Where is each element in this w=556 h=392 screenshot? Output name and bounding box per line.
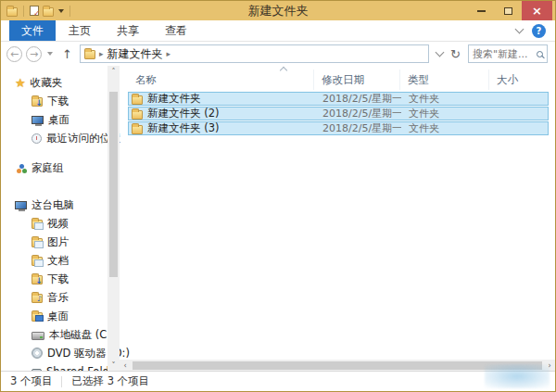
sidebar-item-shared-folders[interactable]: Shared Folders — [1, 362, 107, 371]
scrollbar-thumb[interactable] — [109, 92, 118, 277]
sidebar-item-music[interactable]: 音乐 — [1, 288, 107, 307]
toolbar-separator — [23, 6, 24, 17]
star-icon: ★ — [15, 77, 26, 89]
computer-icon — [15, 201, 27, 209]
main-area: ★收藏夹 下载 桌面 最近访问的位置 家庭组 这台电脑 视频 图片 文档 下载 … — [1, 66, 555, 371]
column-header-size[interactable]: 大小 — [489, 70, 555, 90]
scroll-left-icon[interactable]: ‹ — [120, 360, 131, 371]
address-dropdown-icon[interactable] — [436, 48, 445, 57]
file-type: 文件夹 — [401, 107, 490, 120]
chevron-down-icon[interactable] — [515, 25, 524, 34]
explorer-window: 新建文件夹 × 文件 主页 共享 查看 ? ← → ↑ ▸ 新建文件夹 ▸ ↻ — [0, 0, 556, 392]
minimize-button[interactable] — [468, 1, 495, 20]
file-date: 2018/2/5/星期一 ... — [315, 107, 401, 120]
column-header-name[interactable]: 名称 — [128, 70, 314, 90]
file-type: 文件夹 — [401, 121, 490, 135]
search-box[interactable] — [468, 44, 548, 63]
scroll-down-icon[interactable]: ˅ — [107, 360, 120, 371]
folder-icon — [84, 50, 95, 59]
sidebar-item-videos[interactable]: 视频 — [1, 214, 107, 233]
sidebar-item-dvd-drive-d[interactable]: DVD 驱动器 (D:) — [1, 344, 107, 362]
folder-icon — [132, 95, 143, 105]
scroll-up-icon[interactable]: ˄ — [107, 66, 120, 77]
selected-count: 已选择 3 个项目 — [71, 374, 149, 388]
up-button[interactable]: ↑ — [58, 47, 76, 61]
sidebar-item-recent-places[interactable]: 最近访问的位置 — [1, 129, 107, 147]
download-folder-icon — [32, 275, 43, 285]
search-input[interactable] — [473, 48, 537, 60]
properties-icon[interactable] — [30, 6, 39, 16]
sidebar-item-downloads[interactable]: 下载 — [1, 92, 107, 110]
quick-access-toolbar — [1, 6, 72, 17]
maximize-icon — [504, 7, 512, 15]
navigation-pane: ★收藏夹 下载 桌面 最近访问的位置 家庭组 这台电脑 视频 图片 文档 下载 … — [1, 66, 107, 371]
horizontal-scrollbar[interactable]: ‹ › — [120, 360, 555, 371]
file-list-pane: 名称 修改日期 类型 大小 新建文件夹 2018/2/5/星期一 ... 文件夹… — [120, 66, 555, 371]
new-folder-icon[interactable] — [43, 7, 54, 17]
file-name: 新建文件夹 (2) — [147, 107, 219, 120]
recent-places-icon — [32, 133, 42, 144]
videos-folder-icon — [32, 220, 43, 229]
sidebar-item-favorites[interactable]: ★收藏夹 — [1, 73, 107, 92]
pictures-folder-icon — [32, 238, 43, 247]
music-folder-icon — [32, 294, 43, 303]
sidebar-item-desktop[interactable]: 桌面 — [1, 110, 107, 129]
desktop-icon — [32, 116, 44, 124]
download-folder-icon — [32, 97, 43, 107]
forward-button[interactable]: → — [26, 46, 42, 62]
column-header-date[interactable]: 修改日期 — [314, 70, 400, 90]
status-bar: 3 个项目 已选择 3 个项目 — [1, 371, 555, 391]
back-button[interactable]: ← — [6, 46, 22, 62]
tab-view[interactable]: 查看 — [152, 20, 200, 41]
tab-home[interactable]: 主页 — [56, 20, 104, 41]
file-row[interactable]: 新建文件夹 (3) 2018/2/5/星期一 ... 文件夹 — [128, 121, 549, 135]
scroll-right-icon[interactable]: › — [544, 360, 555, 371]
sidebar-item-this-pc[interactable]: 这台电脑 — [1, 196, 107, 214]
file-name: 新建文件夹 (3) — [147, 121, 219, 135]
scrollbar-thumb[interactable] — [133, 361, 542, 370]
minimize-icon — [477, 10, 486, 12]
homegroup-icon — [17, 169, 21, 173]
dvd-icon — [32, 348, 43, 359]
folder-icon — [132, 125, 143, 134]
window-controls: × — [468, 1, 555, 20]
file-date: 2018/2/5/星期一 ... — [315, 121, 401, 135]
breadcrumb-separator: ▸ — [166, 49, 171, 58]
search-icon — [537, 51, 543, 57]
close-button[interactable]: × — [522, 1, 552, 20]
history-dropdown-icon[interactable] — [47, 52, 53, 56]
help-icon[interactable]: ? — [532, 24, 546, 38]
folder-icon[interactable] — [6, 7, 18, 17]
column-header-type[interactable]: 类型 — [400, 70, 489, 90]
toolbar-separator — [70, 6, 70, 17]
sidebar-item-local-disk-c[interactable]: 本地磁盘 (C:) — [1, 325, 107, 344]
breadcrumb[interactable]: 新建文件夹 — [107, 46, 162, 62]
file-type: 文件夹 — [401, 92, 490, 106]
sidebar-item-homegroup[interactable]: 家庭组 — [1, 158, 107, 177]
tab-share[interactable]: 共享 — [104, 20, 152, 41]
column-headers: 名称 修改日期 类型 大小 — [128, 70, 555, 90]
title-bar: 新建文件夹 × — [1, 1, 555, 20]
sidebar-scrollbar[interactable]: ˄ ˅ — [107, 66, 120, 371]
desktop-folder-icon — [32, 312, 43, 322]
file-rows: 新建文件夹 2018/2/5/星期一 ... 文件夹 新建文件夹 (2) 201… — [120, 92, 555, 136]
sidebar-item-desktop-pc[interactable]: 桌面 — [1, 307, 107, 325]
sidebar-item-documents[interactable]: 文档 — [1, 251, 107, 270]
status-separator — [61, 376, 62, 387]
sidebar-item-pictures[interactable]: 图片 — [1, 233, 107, 251]
maximize-button[interactable] — [495, 1, 522, 20]
ribbon-tab-row: 文件 主页 共享 查看 ? — [1, 20, 555, 42]
tab-file[interactable]: 文件 — [9, 20, 56, 41]
customize-chevron-icon[interactable] — [58, 9, 64, 13]
address-bar: ← → ↑ ▸ 新建文件夹 ▸ ↻ — [1, 42, 555, 66]
folder-icon — [132, 110, 143, 120]
breadcrumb-separator: ▸ — [99, 49, 104, 58]
sidebar-item-downloads-pc[interactable]: 下载 — [1, 270, 107, 288]
file-row[interactable]: 新建文件夹 (2) 2018/2/5/星期一 ... 文件夹 — [128, 107, 549, 120]
disk-icon — [32, 332, 44, 340]
file-row[interactable]: 新建文件夹 2018/2/5/星期一 ... 文件夹 — [128, 92, 549, 106]
documents-folder-icon — [32, 257, 43, 266]
file-date: 2018/2/5/星期一 ... — [315, 92, 401, 106]
address-box[interactable]: ▸ 新建文件夹 ▸ — [80, 44, 429, 63]
refresh-icon[interactable]: ↻ — [450, 47, 461, 61]
